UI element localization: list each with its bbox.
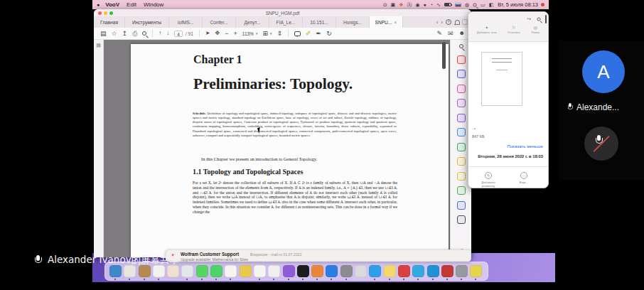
attachment-preview[interactable] — [481, 52, 522, 106]
panel-toggle-icon[interactable]: ▤ — [96, 43, 101, 48]
dock-app-app-store-icon[interactable] — [326, 265, 338, 277]
convert-tool-icon[interactable] — [457, 186, 466, 195]
dock-app-facetime-icon[interactable] — [210, 265, 222, 277]
highlighter-icon[interactable]: ✐ — [306, 31, 311, 37]
minimize-window-button[interactable] — [104, 11, 107, 15]
window-title-bar[interactable]: SNPU_HGM.pdf — [94, 9, 471, 16]
participant-video-tile[interactable]: A Alexande... — [559, 41, 644, 123]
dock-app-notes-alt-icon[interactable] — [470, 265, 482, 277]
dock-app-settings-icon[interactable] — [340, 265, 353, 277]
tab-document-5[interactable]: 10.151... — [303, 16, 336, 28]
dock-app-finder-icon[interactable] — [109, 265, 122, 277]
dock-app-messages-icon[interactable] — [196, 265, 208, 277]
dock-app-skype-icon[interactable] — [427, 265, 439, 277]
forward-icon[interactable]: ↪ — [527, 16, 531, 22]
menu-app-name[interactable]: VooV — [105, 0, 119, 9]
share-icon[interactable]: ↥ — [122, 31, 128, 37]
more-button[interactable]: ⋯ Еще... — [511, 172, 537, 188]
email-icon[interactable]: ✉ — [448, 31, 454, 37]
dock-app-stickies-icon[interactable] — [384, 265, 396, 277]
user-account-icon[interactable]: ◍ — [465, 2, 469, 7]
tab-document-6[interactable]: Honigs... — [336, 16, 370, 28]
spotlight-search-icon[interactable] — [473, 3, 476, 6]
zoom-level-select[interactable]: 113% — [242, 31, 254, 36]
stamp-tool-icon[interactable] — [457, 157, 466, 166]
reply-button[interactable]: ⚐ Ответить — [508, 26, 520, 34]
dock-app-calendar-31-icon[interactable] — [398, 265, 410, 277]
tab-document-2[interactable]: Confer... — [203, 16, 236, 28]
dock-app-podcasts-icon[interactable] — [283, 265, 295, 277]
add-tags-button[interactable]: ✦ Добавить теги — [477, 26, 497, 34]
dock-app-preview-icon[interactable] — [139, 265, 151, 277]
audio-wave-icon[interactable]: ∿ — [436, 2, 441, 7]
dock-app-system-prefs-icon[interactable] — [456, 265, 468, 277]
voov-meeting-icon[interactable]: ❖ — [399, 2, 403, 7]
account-icon[interactable] — [462, 19, 468, 25]
search-tool-icon[interactable] — [459, 44, 463, 48]
share-person-icon[interactable]: ☻ — [459, 31, 465, 36]
dock-app-photos-icon[interactable] — [225, 265, 237, 277]
dock-app-launchpad-icon[interactable] — [240, 265, 252, 277]
find-icon[interactable] — [142, 31, 146, 36]
dock-app-mail-icon[interactable] — [124, 265, 136, 277]
pen-tool-icon[interactable]: ✎ — [436, 31, 442, 37]
tab-back-icon[interactable]: ‹ — [436, 19, 439, 26]
edit-pdf-tool-icon[interactable] — [457, 85, 466, 93]
dock-app-reminders-icon[interactable] — [254, 265, 266, 277]
comment-tool-icon[interactable] — [457, 99, 466, 107]
organize-pages-tool-icon[interactable] — [457, 128, 466, 136]
zoom-in-icon[interactable]: + — [233, 31, 237, 37]
apple-menu-icon[interactable]: ● — [97, 2, 100, 7]
tab-home[interactable]: Главная — [94, 16, 125, 28]
menu-window[interactable]: Window — [144, 0, 163, 9]
scrollbar-thumb[interactable] — [442, 42, 446, 69]
export-pdf-tool-icon[interactable] — [457, 55, 466, 64]
measure-tool-icon[interactable] — [457, 172, 466, 181]
protect-tool-icon[interactable] — [457, 201, 466, 210]
menu-clock[interactable]: Вт, 5 июля 08:13 — [498, 1, 538, 8]
dock-app-music-icon[interactable] — [268, 265, 280, 277]
dock-app-quicktime-icon[interactable] — [355, 265, 367, 277]
mail-notification[interactable]: ✶ Wolfram Customer Support Входящие - ma… — [166, 249, 471, 262]
dock-app-acrobat-icon[interactable] — [441, 265, 454, 277]
tab-document-3[interactable]: Депут... — [236, 16, 269, 28]
dock-app-camera-icon[interactable] — [369, 265, 381, 277]
comment-icon[interactable] — [294, 31, 301, 36]
display-mirror-icon[interactable]: ▣ — [391, 2, 396, 7]
page-number-input[interactable]: 4 — [174, 31, 183, 37]
scroll-mode-icon[interactable]: ⇕ — [277, 31, 282, 37]
battery-icon[interactable] — [444, 3, 451, 6]
star-icon[interactable]: ☆ — [112, 31, 117, 37]
tab-document-4[interactable]: FIA_Le... — [269, 16, 303, 28]
dock-app-books-icon[interactable] — [311, 265, 323, 277]
mail-scrollbar-thumb[interactable] — [545, 15, 547, 23]
help-icon[interactable]: ? — [446, 19, 451, 25]
control-center-icon[interactable]: ◧ — [489, 2, 494, 7]
screen-mirroring-icon[interactable]: ▭ — [481, 2, 485, 7]
select-tool-icon[interactable]: ➤ — [205, 31, 210, 36]
print-icon[interactable]: ⎙ — [132, 31, 137, 37]
time-machine-icon[interactable]: ◉ — [415, 2, 419, 7]
search-button[interactable]: ◎ Поиск — [532, 26, 540, 34]
save-icon[interactable]: ▤ — [100, 31, 107, 37]
dock-app-contacts-icon[interactable] — [167, 265, 179, 277]
close-window-button[interactable] — [98, 11, 102, 15]
tab-document-active[interactable]: SNPU... × — [370, 16, 403, 28]
vpn-icon[interactable]: ● — [424, 2, 426, 7]
show-less-link[interactable]: Показать меньше — [507, 144, 543, 149]
dock-app-utilities-icon[interactable] — [181, 265, 193, 277]
clock-status-icon[interactable]: ◔ — [430, 2, 433, 7]
language-flag-icon[interactable] — [455, 3, 461, 7]
markup-button[interactable]: ✎ Добавить разметку — [476, 172, 501, 188]
fill-sign-tool-icon[interactable] — [457, 114, 466, 122]
hotspot-icon[interactable]: ⊙ — [383, 2, 387, 7]
tab-tools[interactable]: Инструменты — [125, 16, 169, 28]
dock-app-tv-icon[interactable] — [297, 265, 309, 277]
dock-app-telegram-icon[interactable] — [412, 265, 424, 277]
thumbnail-panel-rail[interactable]: ▤ — [94, 40, 104, 257]
keyboard-layout-icon[interactable]: Ⓐ — [407, 2, 412, 7]
compress-tool-icon[interactable] — [457, 143, 466, 151]
tab-forward-icon[interactable]: › — [441, 19, 443, 26]
rotate-icon[interactable]: ↻ — [326, 31, 332, 37]
bell-icon[interactable] — [454, 19, 459, 25]
